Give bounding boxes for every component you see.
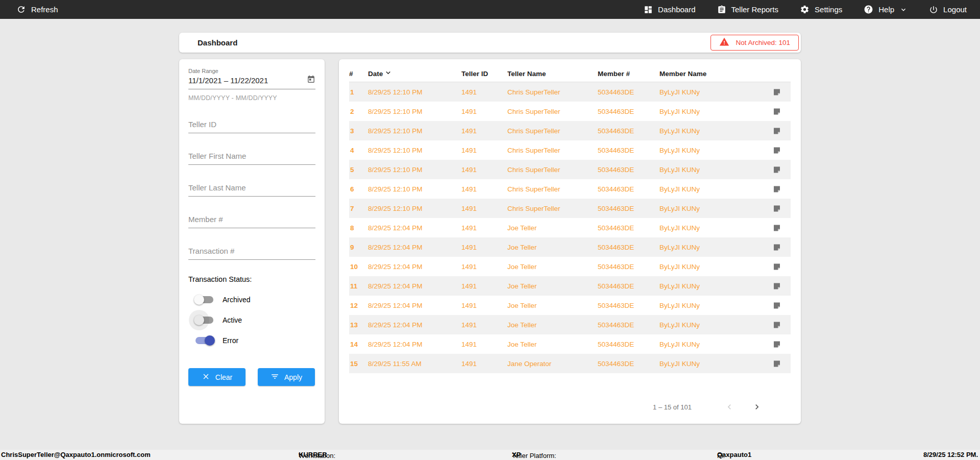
nav-settings[interactable]: Settings (800, 5, 842, 14)
teller-id-field[interactable] (188, 117, 315, 133)
cell-teller-name: Chris SuperTeller (507, 166, 598, 174)
active-toggle[interactable] (195, 317, 213, 324)
cell-number: 4 (349, 147, 368, 154)
clear-button[interactable]: Clear (188, 368, 246, 386)
table-row[interactable]: 5 8/29/25 12:10 PM 1491 Chris SuperTelle… (349, 160, 791, 179)
cell-number: 6 (349, 185, 368, 193)
nav-settings-label: Settings (815, 5, 842, 14)
cell-date: 8/29/25 12:04 PM (368, 244, 461, 251)
note-icon[interactable] (758, 146, 791, 155)
nav-dashboard[interactable]: Dashboard (644, 5, 695, 14)
date-range-input[interactable] (188, 76, 307, 85)
top-navigation-bar: Refresh Dashboard Teller Reports Setting… (0, 0, 980, 19)
cell-member-number: 5034463DE (598, 302, 659, 309)
table-row[interactable]: 6 8/29/25 12:10 PM 1491 Chris SuperTelle… (349, 179, 791, 199)
financial-institution-info: FI: Qaxpauto1 (717, 451, 751, 458)
note-icon[interactable] (758, 204, 791, 213)
table-row[interactable]: 12 8/29/25 12:04 PM 1491 Joe Teller 5034… (349, 296, 791, 315)
teller-last-name-field[interactable] (188, 180, 315, 197)
cell-teller-id: 1491 (461, 302, 507, 309)
note-icon[interactable] (758, 88, 791, 96)
cell-teller-name: Joe Teller (507, 321, 598, 329)
cell-teller-id: 1491 (461, 185, 507, 193)
cell-date: 8/29/25 12:10 PM (368, 108, 461, 115)
cell-member-name: ByLyJI KUNy (659, 244, 758, 251)
note-icon[interactable] (758, 107, 791, 116)
table-row[interactable]: 10 8/29/25 12:04 PM 1491 Joe Teller 5034… (349, 257, 791, 276)
page-header-card: Dashboard Not Archived: 101 (179, 33, 801, 53)
table-row[interactable]: 4 8/29/25 12:10 PM 1491 Chris SuperTelle… (349, 140, 791, 160)
chevron-down-icon (899, 6, 908, 14)
member-number-field[interactable] (188, 212, 315, 228)
note-icon[interactable] (758, 185, 791, 193)
workstation-info: Workstation: KURRER (299, 451, 327, 458)
refresh-icon (16, 5, 26, 14)
table-row[interactable]: 7 8/29/25 12:10 PM 1491 Chris SuperTelle… (349, 199, 791, 218)
nav-logout-label: Logout (943, 5, 967, 14)
teller-first-name-field[interactable] (188, 149, 315, 165)
cell-teller-id: 1491 (461, 88, 507, 96)
cell-member-name: ByLyJI KUNy (659, 108, 758, 115)
note-icon[interactable] (758, 301, 791, 310)
note-icon[interactable] (758, 321, 791, 329)
date-range-hint: MM/DD/YYYY - MM/DD/YYYY (188, 94, 315, 102)
nav-help[interactable]: Help (864, 5, 908, 14)
cell-member-number: 5034463DE (598, 127, 659, 135)
not-archived-badge[interactable]: Not Archived: 101 (710, 35, 799, 51)
table-row[interactable]: 15 8/29/25 11:55 AM 1491 Jane Operator 5… (349, 354, 791, 373)
table-row[interactable]: 9 8/29/25 12:04 PM 1491 Joe Teller 50344… (349, 237, 791, 257)
note-icon[interactable] (758, 165, 791, 174)
power-icon (929, 5, 938, 14)
cell-date: 8/29/25 12:10 PM (368, 166, 461, 174)
archived-toggle-row: Archived (195, 296, 315, 304)
cell-number: 2 (349, 108, 368, 115)
cell-teller-id: 1491 (461, 224, 507, 232)
table-row[interactable]: 3 8/29/25 12:10 PM 1491 Chris SuperTelle… (349, 121, 791, 140)
error-toggle[interactable] (195, 337, 213, 344)
refresh-button[interactable]: Refresh (16, 5, 58, 14)
column-header-teller-id: Teller ID (461, 70, 507, 78)
note-icon[interactable] (758, 359, 791, 368)
note-icon[interactable] (758, 224, 791, 232)
cell-teller-name: Chris SuperTeller (507, 147, 598, 154)
table-row[interactable]: 8 8/29/25 12:04 PM 1491 Joe Teller 50344… (349, 218, 791, 237)
page-title: Dashboard (198, 38, 237, 47)
dashboard-icon (644, 5, 653, 14)
note-icon[interactable] (758, 340, 791, 349)
note-icon[interactable] (758, 282, 791, 290)
apply-button[interactable]: Apply (258, 368, 315, 386)
table-row[interactable]: 2 8/29/25 12:10 PM 1491 Chris SuperTelle… (349, 102, 791, 121)
table-row[interactable]: 13 8/29/25 12:04 PM 1491 Joe Teller 5034… (349, 315, 791, 334)
date-range-label: Date Range (188, 68, 315, 74)
nav-teller-reports[interactable]: Teller Reports (717, 5, 779, 14)
archived-toggle[interactable] (195, 296, 213, 303)
cell-member-number: 5034463DE (598, 282, 659, 290)
transaction-number-field[interactable] (188, 244, 315, 260)
calendar-icon[interactable] (307, 75, 315, 86)
cell-date: 8/29/25 12:10 PM (368, 185, 461, 193)
pagination: 1 – 15 of 101 (349, 400, 791, 414)
cell-member-number: 5034463DE (598, 321, 659, 329)
cell-teller-id: 1491 (461, 205, 507, 212)
next-page-button[interactable] (750, 400, 764, 414)
table-row[interactable]: 11 8/29/25 12:04 PM 1491 Joe Teller 5034… (349, 276, 791, 296)
cell-number: 3 (349, 127, 368, 135)
cell-teller-name: Joe Teller (507, 302, 598, 309)
note-icon[interactable] (758, 243, 791, 252)
nav-help-label: Help (878, 5, 894, 14)
note-icon[interactable] (758, 262, 791, 271)
nav-logout[interactable]: Logout (929, 5, 967, 14)
column-header-date[interactable]: Date (368, 68, 461, 79)
previous-page-button[interactable] (722, 400, 737, 414)
filter-panel: Date Range MM/DD/YYYY - MM/DD/YYYY Trans… (179, 59, 325, 424)
cell-teller-id: 1491 (461, 263, 507, 271)
nav-dashboard-label: Dashboard (658, 5, 695, 14)
note-icon[interactable] (758, 127, 791, 135)
cell-number: 12 (349, 302, 368, 309)
cell-teller-id: 1491 (461, 244, 507, 251)
table-row[interactable]: 14 8/29/25 12:04 PM 1491 Joe Teller 5034… (349, 334, 791, 354)
cell-date: 8/29/25 12:04 PM (368, 224, 461, 232)
refresh-label: Refresh (31, 5, 58, 14)
table-row[interactable]: 1 8/29/25 12:10 PM 1491 Chris SuperTelle… (349, 82, 791, 102)
active-toggle-row: Active (195, 316, 315, 324)
